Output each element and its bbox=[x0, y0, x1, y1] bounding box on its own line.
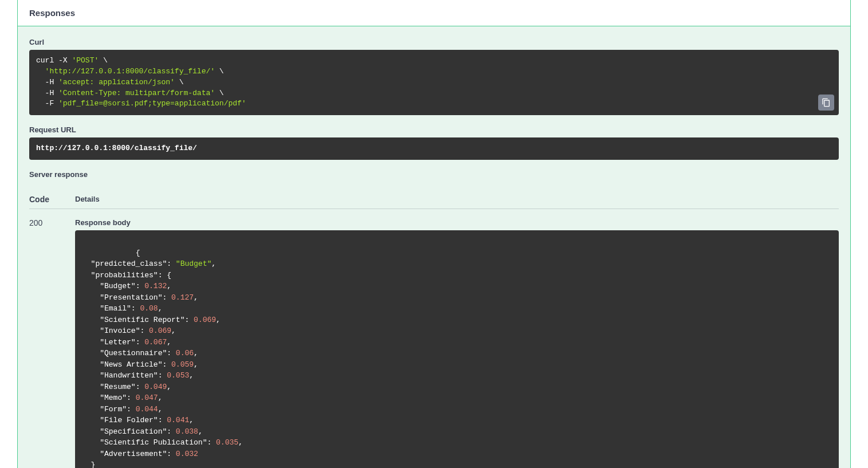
col-details: Details bbox=[75, 195, 100, 204]
curl-code: curl -X 'POST' \ 'http://127.0.0.1:8000/… bbox=[29, 50, 839, 115]
server-response-label: Server response bbox=[29, 170, 839, 179]
response-table-head: Code Details bbox=[29, 189, 839, 209]
status-code: 200 bbox=[29, 218, 75, 468]
live-response-region: Curl curl -X 'POST' \ 'http://127.0.0.1:… bbox=[18, 26, 850, 468]
responses-panel: Responses Curl curl -X 'POST' \ 'http://… bbox=[17, 0, 851, 468]
curl-header-accept: 'accept: application/json' bbox=[58, 78, 175, 86]
response-body: { "predicted_class": "Budget", "probabil… bbox=[75, 230, 839, 468]
curl-cmd: curl -X bbox=[36, 56, 72, 65]
curl-header-content-type: 'Content-Type: multipart/form-data' bbox=[58, 89, 215, 97]
curl-url: 'http://127.0.0.1:8000/classify_file/' bbox=[45, 67, 215, 76]
request-url-value: http://127.0.0.1:8000/classify_file/ bbox=[29, 137, 839, 160]
clipboard-icon bbox=[822, 98, 831, 107]
response-body-label: Response body bbox=[75, 218, 839, 227]
curl-method: 'POST' bbox=[72, 56, 99, 65]
curl-form-data: 'pdf_file=@sorsi.pdf;type=application/pd… bbox=[58, 99, 246, 108]
responses-title: Responses bbox=[18, 0, 850, 26]
request-url-label: Request URL bbox=[29, 125, 839, 134]
curl-label: Curl bbox=[29, 38, 839, 46]
copy-curl-button[interactable] bbox=[818, 95, 834, 111]
col-code: Code bbox=[29, 195, 75, 204]
response-row: 200 Response body { "predicted_class": "… bbox=[29, 218, 839, 468]
